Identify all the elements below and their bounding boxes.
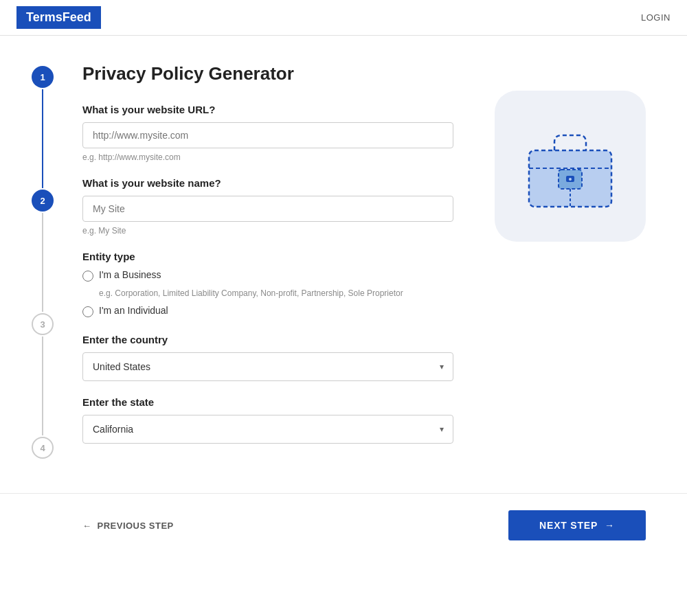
step-line-1 bbox=[42, 89, 43, 188]
logo-terms: Terms bbox=[26, 10, 63, 24]
form-content: Privacy Policy Generator What is your we… bbox=[82, 63, 453, 459]
prev-label: PREVIOUS STEP bbox=[98, 521, 174, 531]
country-select-wrapper: United States Canada United Kingdom Aust… bbox=[82, 352, 453, 381]
country-label: Enter the country bbox=[82, 334, 453, 345]
name-input[interactable] bbox=[82, 196, 453, 222]
entity-label: Entity type bbox=[82, 251, 453, 262]
step-4[interactable]: 4 bbox=[32, 437, 54, 459]
header: TermsFeed LOGIN bbox=[0, 0, 687, 36]
entity-section: Entity type I'm a Business e.g. Corporat… bbox=[82, 251, 453, 317]
entity-radio-group: I'm a Business e.g. Corporation, Limited… bbox=[82, 269, 453, 317]
entity-individual-option[interactable]: I'm an Individual bbox=[82, 305, 453, 317]
url-input[interactable] bbox=[82, 122, 453, 148]
next-label: NEXT STEP bbox=[539, 520, 598, 531]
url-hint: e.g. http://www.mysite.com bbox=[82, 152, 453, 162]
step-line-3 bbox=[42, 336, 43, 435]
entity-business-label: I'm a Business bbox=[99, 269, 161, 280]
illustration-area bbox=[495, 63, 646, 459]
name-label: What is your website name? bbox=[82, 177, 453, 189]
entity-business-option[interactable]: I'm a Business bbox=[82, 269, 453, 282]
entity-individual-radio[interactable] bbox=[82, 306, 93, 317]
logo-feed: Feed bbox=[63, 10, 91, 24]
entity-individual-label: I'm an Individual bbox=[99, 305, 168, 316]
country-group: Enter the country United States Canada U… bbox=[82, 334, 453, 381]
country-select[interactable]: United States Canada United Kingdom Aust… bbox=[82, 352, 453, 381]
url-label: What is your website URL? bbox=[82, 104, 453, 115]
state-group: Enter the state Alabama Alaska Arizona A… bbox=[82, 396, 453, 444]
step-line-2 bbox=[42, 213, 43, 312]
footer-nav: ← PREVIOUS STEP NEXT STEP → bbox=[0, 493, 687, 557]
url-group: What is your website URL? e.g. http://ww… bbox=[82, 104, 453, 162]
page-title: Privacy Policy Generator bbox=[82, 63, 453, 84]
entity-business-radio[interactable] bbox=[82, 271, 93, 282]
arrow-left-icon: ← bbox=[82, 521, 92, 531]
next-step-button[interactable]: NEXT STEP → bbox=[508, 510, 646, 540]
entity-business-hint: e.g. Corporation, Limited Liability Comp… bbox=[99, 288, 453, 298]
step-1[interactable]: 1 bbox=[32, 66, 54, 88]
step-2[interactable]: 2 bbox=[32, 190, 54, 212]
illustration-bg bbox=[495, 91, 646, 242]
arrow-right-icon: → bbox=[605, 520, 615, 531]
step-3[interactable]: 3 bbox=[32, 313, 54, 335]
steps-sidebar: 1 2 3 4 bbox=[27, 63, 58, 459]
name-group: What is your website name? e.g. My Site bbox=[82, 177, 453, 236]
login-link[interactable]: LOGIN bbox=[641, 12, 671, 23]
state-select-wrapper: Alabama Alaska Arizona Arkansas Californ… bbox=[82, 415, 453, 444]
previous-step-button[interactable]: ← PREVIOUS STEP bbox=[82, 521, 174, 531]
svg-point-3 bbox=[569, 178, 572, 181]
state-select[interactable]: Alabama Alaska Arizona Arkansas Californ… bbox=[82, 415, 453, 444]
logo[interactable]: TermsFeed bbox=[16, 6, 101, 29]
state-label: Enter the state bbox=[82, 396, 453, 408]
main-container: 1 2 3 4 Privacy Policy Generator What is… bbox=[0, 36, 687, 486]
name-hint: e.g. My Site bbox=[82, 226, 453, 236]
briefcase-illustration bbox=[519, 115, 622, 218]
